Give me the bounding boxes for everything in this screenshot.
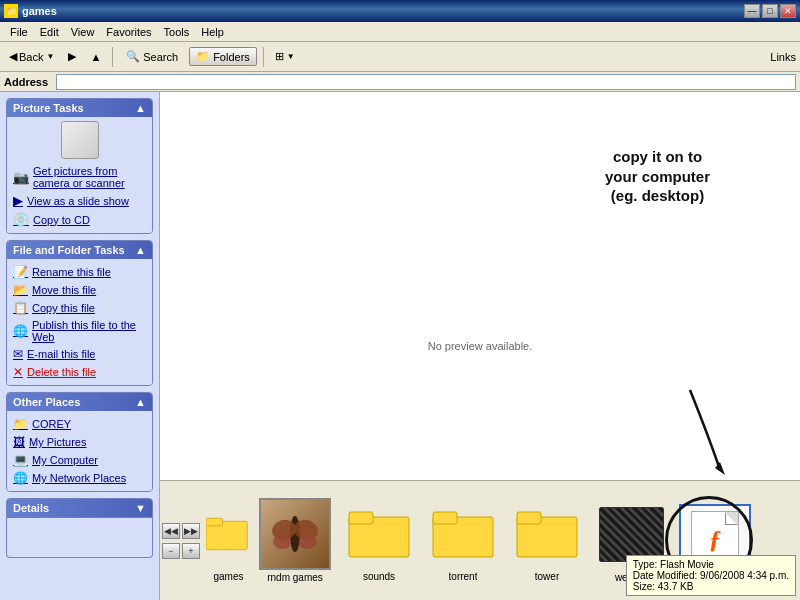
thumb-prev-button[interactable]: ◀◀ [162, 523, 180, 539]
svg-rect-13 [517, 512, 541, 524]
thumb-size-up-button[interactable]: + [182, 543, 200, 559]
forward-icon: ▶ [68, 50, 76, 63]
content-area: No preview available. copy it on toyour … [160, 92, 800, 600]
up-button[interactable]: ▲ [85, 48, 106, 66]
svg-rect-2 [206, 518, 223, 526]
minimize-button[interactable]: — [744, 4, 760, 18]
folder-svg-tower [515, 507, 580, 562]
network-icon: 🌐 [13, 471, 28, 485]
sidebar-link-slideshow[interactable]: ▶ View as a slide show [9, 191, 150, 210]
thumb-size-down-button[interactable]: − [162, 543, 180, 559]
flash-f-symbol: ƒ [709, 525, 722, 555]
back-arrow-icon: ◀ [9, 50, 17, 63]
address-bar: Address [0, 72, 800, 92]
close-button[interactable]: ✕ [780, 4, 796, 18]
window-title: games [22, 5, 57, 17]
tooltip-type: Type: Flash Movie [633, 559, 789, 570]
thumb-label-rndm: rndm games [267, 572, 323, 583]
window-controls: — □ ✕ [744, 4, 796, 18]
forward-button[interactable]: ▶ [63, 47, 81, 66]
thumb-controls: ◀◀ ▶▶ − + [160, 517, 202, 565]
folder-svg-sounds [347, 507, 412, 562]
thumb-next-button[interactable]: ▶▶ [182, 523, 200, 539]
computer-icon: 💻 [13, 453, 28, 467]
publish-icon: 🌐 [13, 324, 28, 338]
sidebar-link-delete[interactable]: ✕ Delete this file [9, 363, 150, 381]
title-bar: 📁 games — □ ✕ [0, 0, 800, 22]
search-icon: 🔍 [126, 50, 140, 63]
up-icon: ▲ [90, 51, 101, 63]
thumb-item-sounds[interactable]: sounds [339, 499, 419, 582]
folders-button[interactable]: 📁 Folders [189, 47, 257, 66]
sidebar-link-move[interactable]: 📂 Move this file [9, 281, 150, 299]
toolbar: ◀ Back ▼ ▶ ▲ 🔍 Search 📁 Folders ⊞ ▼ Link… [0, 42, 800, 72]
menu-file[interactable]: File [4, 24, 34, 40]
back-dropdown-icon: ▼ [46, 52, 54, 61]
sidebar-link-camera[interactable]: 📷 Get pictures from camera or scanner [9, 163, 150, 191]
menu-help[interactable]: Help [195, 24, 230, 40]
annotation-arrow [630, 380, 750, 480]
views-dropdown-icon: ▼ [287, 52, 295, 61]
tooltip-date: Date Modified: 9/06/2008 4:34 p.m. [633, 570, 789, 581]
no-preview-text: No preview available. [428, 340, 533, 352]
details-section: Details ▼ [6, 498, 153, 558]
slideshow-icon: ▶ [13, 193, 23, 208]
folder-svg-torrent [431, 507, 496, 562]
menu-tools[interactable]: Tools [158, 24, 196, 40]
file-tasks-collapse-icon: ▲ [135, 244, 146, 256]
details-header[interactable]: Details ▼ [6, 498, 153, 518]
thumb-item-torrent[interactable]: torrent [423, 499, 503, 582]
sidebar-link-copy[interactable]: 📋 Copy this file [9, 299, 150, 317]
sidebar-link-my-pictures[interactable]: 🖼 My Pictures [9, 433, 150, 451]
links-button[interactable]: Links [770, 51, 796, 63]
views-button[interactable]: ⊞ ▼ [270, 47, 300, 66]
sidebar-link-publish[interactable]: 🌐 Publish this file to the Web [9, 317, 150, 345]
picture-tasks-header[interactable]: Picture Tasks ▲ [7, 99, 152, 117]
maximize-button[interactable]: □ [762, 4, 778, 18]
file-tasks-body: 📝 Rename this file 📂 Move this file 📋 Co… [7, 259, 152, 385]
butterfly-svg [270, 512, 320, 557]
camera-icon: 📷 [13, 170, 29, 185]
thumb-label-sounds: sounds [363, 571, 395, 582]
file-tasks-header[interactable]: File and Folder Tasks ▲ [7, 241, 152, 259]
menu-view[interactable]: View [65, 24, 101, 40]
main-layout: Picture Tasks ▲ 📷 Get pictures from came… [0, 92, 800, 600]
search-button[interactable]: 🔍 Search [119, 47, 185, 66]
thumb-item-rndm[interactable]: rndm games [255, 498, 335, 583]
other-places-section: Other Places ▲ 📁 COREY 🖼 My Pictures 💻 M… [6, 392, 153, 492]
other-places-header[interactable]: Other Places ▲ [7, 393, 152, 411]
sidebar-preview-image [61, 121, 99, 159]
sidebar-link-copy-cd[interactable]: 💿 Copy to CD [9, 210, 150, 229]
tooltip-box: Type: Flash Movie Date Modified: 9/06/20… [626, 555, 796, 596]
details-body [6, 518, 153, 558]
thumb-label-torrent: torrent [449, 571, 478, 582]
delete-icon: ✕ [13, 365, 23, 379]
other-places-body: 📁 COREY 🖼 My Pictures 💻 My Computer 🌐 My… [7, 411, 152, 491]
folder-svg-partial [206, 509, 251, 559]
sidebar: Picture Tasks ▲ 📷 Get pictures from came… [0, 92, 160, 600]
thumb-item-tower[interactable]: tower [507, 499, 587, 582]
sidebar-link-my-computer[interactable]: 💻 My Computer [9, 451, 150, 469]
folders-icon: 📁 [196, 50, 210, 63]
picture-tasks-section: Picture Tasks ▲ 📷 Get pictures from came… [6, 98, 153, 234]
corey-folder-icon: 📁 [13, 417, 28, 431]
address-input[interactable] [56, 74, 796, 90]
menu-favorites[interactable]: Favorites [100, 24, 157, 40]
annotation-text: copy it on toyour computer(eg. desktop) [605, 147, 710, 206]
thumb-item-games-partial[interactable]: games [206, 499, 251, 582]
sidebar-link-rename[interactable]: 📝 Rename this file [9, 263, 150, 281]
sidebar-link-email[interactable]: ✉ E-mail this file [9, 345, 150, 363]
rename-icon: 📝 [13, 265, 28, 279]
picture-tasks-collapse-icon: ▲ [135, 102, 146, 114]
svg-rect-11 [433, 512, 457, 524]
cd-icon: 💿 [13, 212, 29, 227]
other-places-collapse-icon: ▲ [135, 396, 146, 408]
window-icon: 📁 [4, 4, 18, 18]
copy-icon: 📋 [13, 301, 28, 315]
menu-bar: File Edit View Favorites Tools Help [0, 22, 800, 42]
sidebar-link-corey[interactable]: 📁 COREY [9, 415, 150, 433]
sidebar-link-network[interactable]: 🌐 My Network Places [9, 469, 150, 487]
play-buttons: ◀◀ ▶▶ [162, 523, 200, 539]
back-button[interactable]: ◀ Back ▼ [4, 47, 59, 66]
menu-edit[interactable]: Edit [34, 24, 65, 40]
